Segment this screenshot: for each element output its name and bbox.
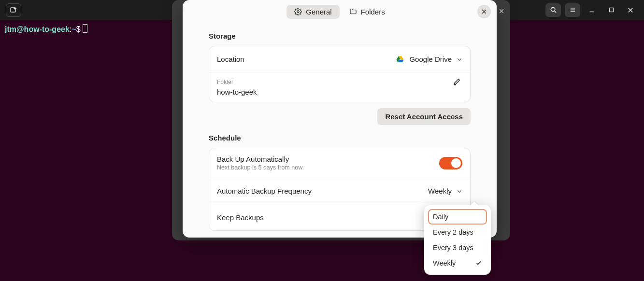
folder-icon xyxy=(349,8,357,15)
new-tab-icon xyxy=(10,6,17,14)
google-drive-icon xyxy=(396,55,404,64)
window-maximize-button[interactable] xyxy=(603,3,619,17)
search-button[interactable] xyxy=(545,3,561,17)
gear-icon xyxy=(294,8,302,15)
auto-backup-sublabel: Next backup is 5 days from now. xyxy=(217,164,304,171)
pencil-icon[interactable] xyxy=(453,77,462,87)
frequency-option-label: Every 3 days xyxy=(433,244,473,252)
keep-backups-label: Keep Backups xyxy=(217,213,264,222)
preferences-dialog: General Folders Storage Location xyxy=(183,0,497,238)
background-close-icon xyxy=(499,8,504,15)
tab-general[interactable]: General xyxy=(286,5,339,19)
search-icon xyxy=(550,6,557,14)
hamburger-menu-button[interactable] xyxy=(565,3,580,17)
reset-account-access-button[interactable]: Reset Account Access xyxy=(377,108,471,125)
location-value: Google Drive xyxy=(409,55,452,63)
folder-row[interactable]: Folder how-to-geek xyxy=(209,72,470,102)
svg-point-3 xyxy=(551,7,555,11)
new-tab-button[interactable] xyxy=(6,3,21,17)
tab-folders[interactable]: Folders xyxy=(342,5,393,19)
window-close-button[interactable] xyxy=(623,3,638,17)
auto-backup-switch[interactable] xyxy=(439,157,462,169)
prompt-user: jtm xyxy=(5,25,16,33)
storage-section-title: Storage xyxy=(209,32,471,40)
location-label: Location xyxy=(217,55,244,63)
terminal-cursor xyxy=(83,24,87,33)
tab-switcher: General Folders xyxy=(286,5,392,19)
prompt-host: how-to-geek xyxy=(24,25,70,33)
chevron-down-icon xyxy=(457,188,462,194)
hamburger-icon xyxy=(569,6,576,14)
folder-label: Folder xyxy=(217,79,233,85)
folder-value: how-to-geek xyxy=(217,88,462,96)
window-minimize-button[interactable] xyxy=(584,3,600,17)
frequency-option-daily[interactable]: Daily xyxy=(428,209,487,225)
prompt-suffix: $ xyxy=(76,25,81,33)
frequency-label: Automatic Backup Frequency xyxy=(217,187,312,195)
frequency-value: Weekly xyxy=(428,187,452,195)
storage-card: Location Google Drive Folder xyxy=(209,46,471,102)
chevron-down-icon xyxy=(457,56,462,62)
close-icon xyxy=(627,7,634,14)
frequency-option-label: Every 2 days xyxy=(433,228,473,236)
switch-knob xyxy=(451,158,461,168)
close-icon xyxy=(481,9,487,14)
check-icon xyxy=(475,260,482,267)
frequency-option-label: Weekly xyxy=(433,259,456,267)
frequency-option-weekly[interactable]: Weekly xyxy=(428,255,487,271)
minimize-icon xyxy=(588,7,595,14)
frequency-row[interactable]: Automatic Backup Frequency Weekly xyxy=(209,178,470,204)
auto-backup-label: Back Up Automatically xyxy=(217,155,304,163)
auto-backup-row: Back Up Automatically Next backup is 5 d… xyxy=(209,148,470,178)
maximize-icon xyxy=(608,7,615,13)
frequency-option-label: Daily xyxy=(433,213,448,221)
svg-point-14 xyxy=(297,11,299,13)
frequency-option-every-2-days[interactable]: Every 2 days xyxy=(428,225,487,240)
svg-line-4 xyxy=(554,11,556,13)
tab-folders-label: Folders xyxy=(361,8,385,16)
dialog-close-button[interactable] xyxy=(477,5,491,18)
schedule-section-title: Schedule xyxy=(209,134,471,142)
tab-general-label: General xyxy=(306,8,331,16)
location-row[interactable]: Location Google Drive xyxy=(209,46,470,72)
svg-rect-9 xyxy=(609,8,613,12)
prompt-path: ~ xyxy=(72,25,76,33)
dialog-header: General Folders xyxy=(183,0,497,23)
frequency-popover: Daily Every 2 days Every 3 days Weekly xyxy=(424,205,491,275)
frequency-option-every-3-days[interactable]: Every 3 days xyxy=(428,240,487,255)
